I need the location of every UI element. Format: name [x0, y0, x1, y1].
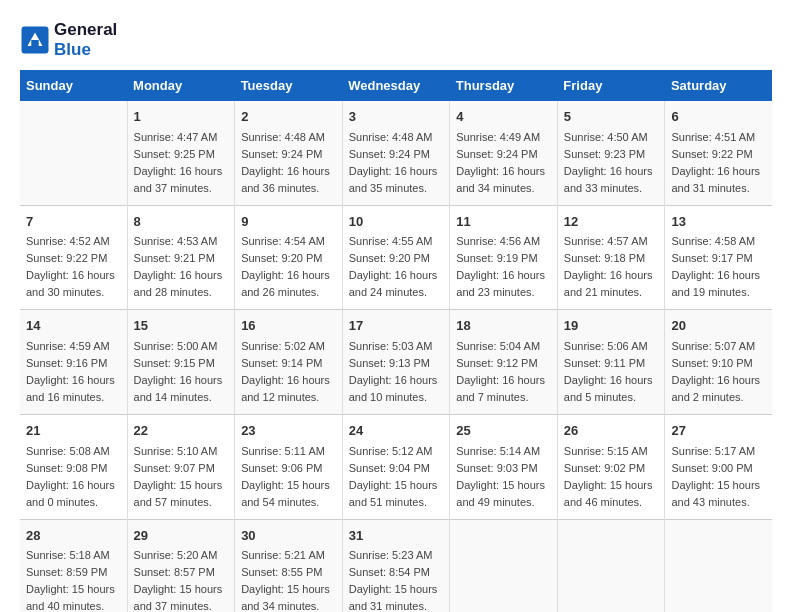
calendar-cell: 21Sunrise: 5:08 AM Sunset: 9:08 PM Dayli… [20, 415, 127, 520]
cell-info: Sunrise: 4:59 AM Sunset: 9:16 PM Dayligh… [26, 338, 121, 406]
week-row-1: 1Sunrise: 4:47 AM Sunset: 9:25 PM Daylig… [20, 101, 772, 205]
day-number: 24 [349, 421, 444, 441]
calendar-cell: 24Sunrise: 5:12 AM Sunset: 9:04 PM Dayli… [342, 415, 450, 520]
calendar-cell: 25Sunrise: 5:14 AM Sunset: 9:03 PM Dayli… [450, 415, 558, 520]
cell-info: Sunrise: 5:12 AM Sunset: 9:04 PM Dayligh… [349, 443, 444, 511]
calendar-cell [20, 101, 127, 205]
col-header-saturday: Saturday [665, 70, 772, 101]
cell-info: Sunrise: 4:57 AM Sunset: 9:18 PM Dayligh… [564, 233, 659, 301]
cell-info: Sunrise: 5:06 AM Sunset: 9:11 PM Dayligh… [564, 338, 659, 406]
calendar-cell: 2Sunrise: 4:48 AM Sunset: 9:24 PM Daylig… [235, 101, 343, 205]
col-header-thursday: Thursday [450, 70, 558, 101]
cell-info: Sunrise: 5:15 AM Sunset: 9:02 PM Dayligh… [564, 443, 659, 511]
col-header-wednesday: Wednesday [342, 70, 450, 101]
calendar-cell: 13Sunrise: 4:58 AM Sunset: 9:17 PM Dayli… [665, 205, 772, 310]
calendar-cell: 23Sunrise: 5:11 AM Sunset: 9:06 PM Dayli… [235, 415, 343, 520]
day-number: 13 [671, 212, 766, 232]
week-row-5: 28Sunrise: 5:18 AM Sunset: 8:59 PM Dayli… [20, 519, 772, 612]
day-number: 10 [349, 212, 444, 232]
cell-info: Sunrise: 5:11 AM Sunset: 9:06 PM Dayligh… [241, 443, 336, 511]
day-number: 8 [134, 212, 229, 232]
day-number: 2 [241, 107, 336, 127]
calendar-cell: 31Sunrise: 5:23 AM Sunset: 8:54 PM Dayli… [342, 519, 450, 612]
calendar-cell: 7Sunrise: 4:52 AM Sunset: 9:22 PM Daylig… [20, 205, 127, 310]
day-number: 19 [564, 316, 659, 336]
cell-info: Sunrise: 5:00 AM Sunset: 9:15 PM Dayligh… [134, 338, 229, 406]
calendar-cell: 22Sunrise: 5:10 AM Sunset: 9:07 PM Dayli… [127, 415, 235, 520]
day-number: 17 [349, 316, 444, 336]
cell-info: Sunrise: 4:48 AM Sunset: 9:24 PM Dayligh… [349, 129, 444, 197]
cell-info: Sunrise: 5:02 AM Sunset: 9:14 PM Dayligh… [241, 338, 336, 406]
cell-info: Sunrise: 5:23 AM Sunset: 8:54 PM Dayligh… [349, 547, 444, 612]
header-row: SundayMondayTuesdayWednesdayThursdayFrid… [20, 70, 772, 101]
cell-info: Sunrise: 4:56 AM Sunset: 9:19 PM Dayligh… [456, 233, 551, 301]
calendar-cell: 19Sunrise: 5:06 AM Sunset: 9:11 PM Dayli… [557, 310, 665, 415]
calendar-cell: 9Sunrise: 4:54 AM Sunset: 9:20 PM Daylig… [235, 205, 343, 310]
day-number: 18 [456, 316, 551, 336]
cell-info: Sunrise: 5:08 AM Sunset: 9:08 PM Dayligh… [26, 443, 121, 511]
calendar-cell [557, 519, 665, 612]
day-number: 20 [671, 316, 766, 336]
day-number: 4 [456, 107, 551, 127]
day-number: 25 [456, 421, 551, 441]
day-number: 21 [26, 421, 121, 441]
calendar-cell: 20Sunrise: 5:07 AM Sunset: 9:10 PM Dayli… [665, 310, 772, 415]
cell-info: Sunrise: 4:53 AM Sunset: 9:21 PM Dayligh… [134, 233, 229, 301]
calendar-cell: 29Sunrise: 5:20 AM Sunset: 8:57 PM Dayli… [127, 519, 235, 612]
day-number: 30 [241, 526, 336, 546]
day-number: 6 [671, 107, 766, 127]
calendar-cell: 15Sunrise: 5:00 AM Sunset: 9:15 PM Dayli… [127, 310, 235, 415]
day-number: 23 [241, 421, 336, 441]
svg-rect-2 [31, 40, 39, 48]
day-number: 12 [564, 212, 659, 232]
col-header-sunday: Sunday [20, 70, 127, 101]
col-header-tuesday: Tuesday [235, 70, 343, 101]
cell-info: Sunrise: 5:03 AM Sunset: 9:13 PM Dayligh… [349, 338, 444, 406]
col-header-friday: Friday [557, 70, 665, 101]
day-number: 31 [349, 526, 444, 546]
calendar-cell: 16Sunrise: 5:02 AM Sunset: 9:14 PM Dayli… [235, 310, 343, 415]
cell-info: Sunrise: 5:21 AM Sunset: 8:55 PM Dayligh… [241, 547, 336, 612]
cell-info: Sunrise: 5:17 AM Sunset: 9:00 PM Dayligh… [671, 443, 766, 511]
calendar-table: SundayMondayTuesdayWednesdayThursdayFrid… [20, 70, 772, 612]
calendar-cell: 27Sunrise: 5:17 AM Sunset: 9:00 PM Dayli… [665, 415, 772, 520]
cell-info: Sunrise: 4:55 AM Sunset: 9:20 PM Dayligh… [349, 233, 444, 301]
cell-info: Sunrise: 4:49 AM Sunset: 9:24 PM Dayligh… [456, 129, 551, 197]
week-row-3: 14Sunrise: 4:59 AM Sunset: 9:16 PM Dayli… [20, 310, 772, 415]
cell-info: Sunrise: 4:48 AM Sunset: 9:24 PM Dayligh… [241, 129, 336, 197]
calendar-cell: 12Sunrise: 4:57 AM Sunset: 9:18 PM Dayli… [557, 205, 665, 310]
page-header: General Blue [20, 20, 772, 60]
calendar-cell: 17Sunrise: 5:03 AM Sunset: 9:13 PM Dayli… [342, 310, 450, 415]
cell-info: Sunrise: 5:18 AM Sunset: 8:59 PM Dayligh… [26, 547, 121, 612]
day-number: 5 [564, 107, 659, 127]
cell-info: Sunrise: 5:04 AM Sunset: 9:12 PM Dayligh… [456, 338, 551, 406]
week-row-4: 21Sunrise: 5:08 AM Sunset: 9:08 PM Dayli… [20, 415, 772, 520]
calendar-cell: 5Sunrise: 4:50 AM Sunset: 9:23 PM Daylig… [557, 101, 665, 205]
calendar-cell: 14Sunrise: 4:59 AM Sunset: 9:16 PM Dayli… [20, 310, 127, 415]
logo-text: General Blue [54, 20, 117, 60]
col-header-monday: Monday [127, 70, 235, 101]
day-number: 28 [26, 526, 121, 546]
day-number: 11 [456, 212, 551, 232]
cell-info: Sunrise: 4:51 AM Sunset: 9:22 PM Dayligh… [671, 129, 766, 197]
cell-info: Sunrise: 4:50 AM Sunset: 9:23 PM Dayligh… [564, 129, 659, 197]
day-number: 15 [134, 316, 229, 336]
calendar-cell: 1Sunrise: 4:47 AM Sunset: 9:25 PM Daylig… [127, 101, 235, 205]
cell-info: Sunrise: 5:07 AM Sunset: 9:10 PM Dayligh… [671, 338, 766, 406]
calendar-cell: 4Sunrise: 4:49 AM Sunset: 9:24 PM Daylig… [450, 101, 558, 205]
day-number: 16 [241, 316, 336, 336]
day-number: 14 [26, 316, 121, 336]
calendar-cell: 11Sunrise: 4:56 AM Sunset: 9:19 PM Dayli… [450, 205, 558, 310]
calendar-cell: 3Sunrise: 4:48 AM Sunset: 9:24 PM Daylig… [342, 101, 450, 205]
day-number: 1 [134, 107, 229, 127]
day-number: 7 [26, 212, 121, 232]
logo-icon [20, 25, 50, 55]
calendar-cell: 30Sunrise: 5:21 AM Sunset: 8:55 PM Dayli… [235, 519, 343, 612]
cell-info: Sunrise: 4:58 AM Sunset: 9:17 PM Dayligh… [671, 233, 766, 301]
calendar-cell: 28Sunrise: 5:18 AM Sunset: 8:59 PM Dayli… [20, 519, 127, 612]
calendar-cell: 6Sunrise: 4:51 AM Sunset: 9:22 PM Daylig… [665, 101, 772, 205]
day-number: 9 [241, 212, 336, 232]
day-number: 26 [564, 421, 659, 441]
day-number: 27 [671, 421, 766, 441]
cell-info: Sunrise: 4:54 AM Sunset: 9:20 PM Dayligh… [241, 233, 336, 301]
